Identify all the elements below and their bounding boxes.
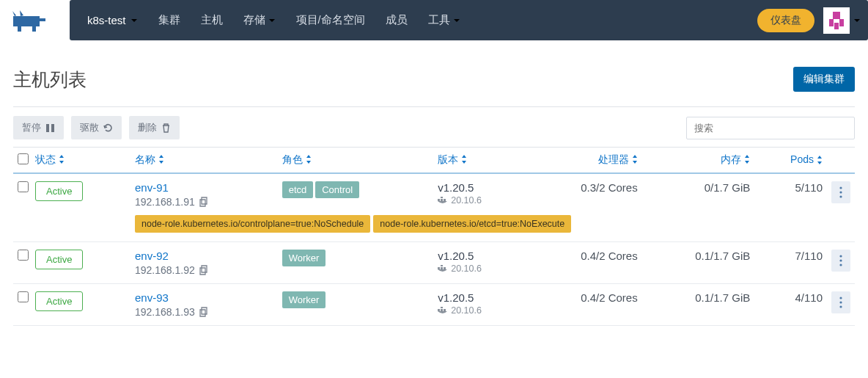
col-cpu[interactable]: 处理器 — [526, 148, 642, 174]
taint-badge: node-role.kubernetes.io/controlplane=tru… — [135, 215, 370, 233]
chevron-down-icon — [268, 17, 276, 24]
action-bar: 暂停 驱散 删除 — [13, 107, 855, 147]
node-name-link[interactable]: env-91 — [135, 181, 273, 194]
nav-工具[interactable]: 工具 — [418, 0, 471, 40]
chevron-down-icon — [453, 17, 460, 24]
copy-icon[interactable] — [199, 307, 210, 317]
logo — [0, 0, 70, 40]
node-ip: 192.168.1.93 — [135, 306, 273, 318]
drain-label: 驱散 — [80, 121, 99, 134]
sort-icon — [158, 155, 164, 164]
nav-主机[interactable]: 主机 — [191, 0, 233, 40]
role-pill: Worker — [282, 250, 326, 266]
cpu-metric: 0.3/2 Cores — [581, 181, 638, 194]
select-all-checkbox[interactable] — [18, 153, 29, 164]
nav-label: 主机 — [201, 13, 223, 27]
sort-icon — [817, 156, 823, 164]
role-pill: Worker — [282, 291, 326, 308]
row-checkbox[interactable] — [18, 181, 29, 192]
col-pods[interactable]: Pods — [754, 148, 827, 174]
nav-label: 项目/命名空间 — [296, 13, 365, 27]
docker-version: 20.10.6 — [438, 305, 522, 316]
docker-icon — [438, 197, 448, 204]
taint-row: node-role.kubernetes.io/controlplane=tru… — [13, 215, 855, 242]
delete-label: 删除 — [138, 121, 157, 134]
chevron-down-icon — [853, 17, 861, 24]
svg-rect-10 — [40, 18, 45, 21]
delete-button[interactable]: 删除 — [129, 116, 180, 139]
col-roles[interactable]: 角色 — [278, 148, 434, 174]
copy-icon[interactable] — [199, 265, 210, 275]
navbar: k8s-test 集群主机存储项目/命名空间成员工具 仪表盘 — [70, 0, 868, 40]
nav-集群[interactable]: 集群 — [148, 0, 191, 40]
search-input[interactable] — [686, 117, 855, 139]
edit-cluster-button[interactable]: 编辑集群 — [793, 67, 855, 92]
memory-metric: 0/1.7 GiB — [705, 181, 751, 194]
nav-label: 工具 — [428, 13, 450, 27]
svg-rect-9 — [13, 16, 40, 26]
col-memory[interactable]: 内存 — [642, 148, 755, 174]
k8s-version: v1.20.5 — [438, 291, 522, 304]
user-menu[interactable] — [823, 7, 861, 34]
pause-icon — [45, 123, 55, 133]
row-actions-menu[interactable] — [831, 250, 850, 272]
cpu-metric: 0.4/2 Cores — [581, 250, 638, 262]
k8s-version: v1.20.5 — [438, 181, 522, 194]
table-row: Activeenv-93192.168.1.93 Workerv1.20.520… — [13, 284, 855, 326]
docker-version: 20.10.6 — [438, 263, 522, 274]
row-checkbox[interactable] — [18, 291, 29, 302]
nav-存储[interactable]: 存储 — [233, 0, 286, 40]
docker-icon — [438, 307, 448, 314]
svg-rect-12 — [32, 26, 36, 32]
cpu-metric: 0.4/2 Cores — [581, 291, 638, 304]
svg-rect-11 — [18, 26, 21, 32]
row-actions-menu[interactable] — [831, 181, 850, 203]
node-ip: 192.168.1.92 — [135, 264, 273, 276]
nav-成员[interactable]: 成员 — [375, 0, 418, 40]
role-pill: Control — [315, 181, 359, 198]
sort-icon — [744, 155, 750, 164]
pause-label: 暂停 — [22, 121, 41, 134]
pods-metric: 5/110 — [795, 181, 823, 194]
nav-label: 存储 — [243, 13, 265, 27]
memory-metric: 0.1/1.7 GiB — [695, 291, 750, 304]
sort-icon — [306, 155, 312, 164]
title-row: 主机列表 编辑集群 — [13, 67, 855, 92]
header: k8s-test 集群主机存储项目/命名空间成员工具 仪表盘 — [0, 0, 868, 40]
svg-rect-16 — [834, 23, 839, 29]
row-actions-menu[interactable] — [831, 291, 850, 313]
col-name[interactable]: 名称 — [130, 148, 278, 174]
sort-icon — [59, 155, 65, 164]
table-row: Activeenv-91192.168.1.91 etcdControlv1.2… — [13, 173, 855, 215]
svg-rect-14 — [829, 19, 834, 26]
col-version[interactable]: 版本 — [433, 148, 526, 174]
dashboard-button[interactable]: 仪表盘 — [757, 9, 814, 32]
nodes-table: 状态 名称 角色 版本 处理器 内存 Pods Activeenv-91192.… — [13, 147, 855, 326]
sort-icon — [632, 155, 638, 164]
node-name-link[interactable]: env-93 — [135, 291, 273, 304]
memory-metric: 0.1/1.7 GiB — [695, 250, 750, 262]
drain-button[interactable]: 驱散 — [71, 116, 122, 139]
kebab-icon — [839, 297, 842, 308]
node-name-link[interactable]: env-92 — [135, 250, 273, 262]
nav-label: 成员 — [386, 13, 408, 27]
docker-icon — [438, 265, 448, 272]
cluster-selector[interactable]: k8s-test — [77, 14, 148, 26]
table-row: Activeenv-92192.168.1.92 Workerv1.20.520… — [13, 242, 855, 284]
pause-button[interactable]: 暂停 — [13, 116, 64, 139]
role-pill: etcd — [282, 181, 314, 198]
col-state[interactable]: 状态 — [35, 148, 130, 174]
taint-badge: node-role.kubernetes.io/etcd=true:NoExec… — [373, 215, 571, 233]
status-badge: Active — [35, 291, 83, 311]
pods-metric: 4/110 — [795, 291, 823, 304]
nav-项目/命名空间[interactable]: 项目/命名空间 — [286, 0, 375, 40]
refresh-icon — [103, 123, 113, 133]
node-ip: 192.168.1.91 — [135, 196, 273, 208]
svg-rect-15 — [839, 19, 844, 26]
status-badge: Active — [35, 181, 83, 201]
k8s-version: v1.20.5 — [438, 250, 522, 262]
search-box — [686, 117, 855, 139]
page-title: 主机列表 — [13, 68, 87, 92]
row-checkbox[interactable] — [18, 250, 29, 261]
copy-icon[interactable] — [199, 197, 210, 207]
